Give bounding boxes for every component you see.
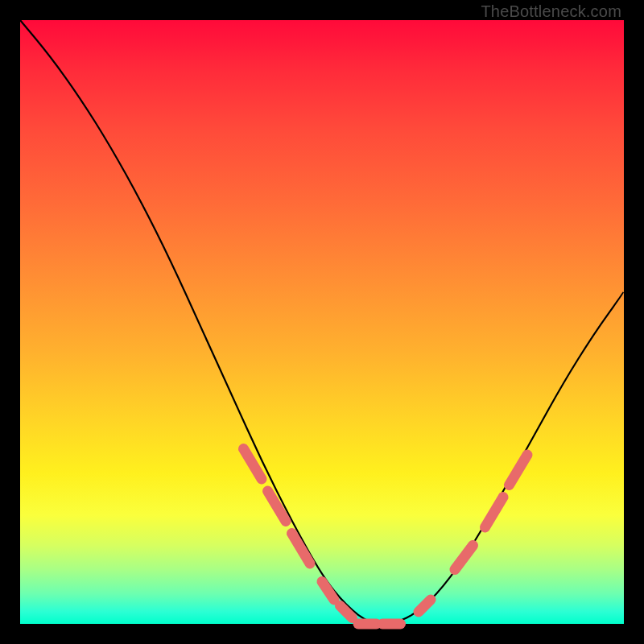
highlight-dash (455, 546, 473, 570)
attribution-text: TheBottleneck.com (481, 2, 621, 21)
bottleneck-curve (20, 20, 624, 624)
highlight-dashes (244, 449, 528, 625)
chart-plot-area (20, 20, 624, 624)
highlight-dash (322, 582, 334, 601)
highlight-dash (268, 491, 287, 522)
chart-svg (20, 20, 624, 624)
highlight-dash (510, 455, 528, 485)
highlight-dash (485, 497, 504, 528)
highlight-dash (419, 600, 431, 612)
chart-frame: TheBottleneck.com (0, 0, 644, 644)
